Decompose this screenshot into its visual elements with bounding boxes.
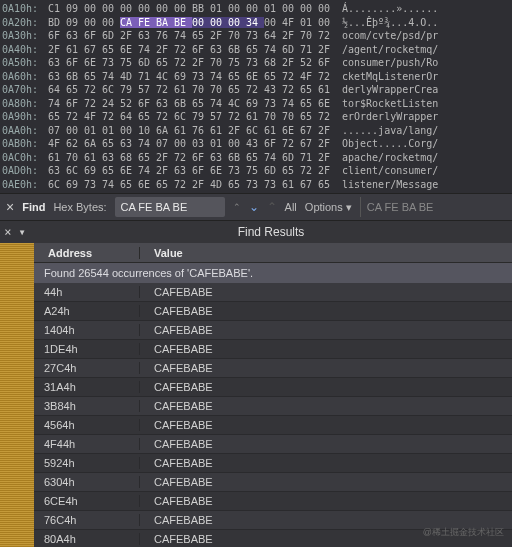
ascii-text: tor$RocketListen	[342, 98, 438, 109]
cell-value: CAFEBABE	[140, 324, 213, 336]
table-row[interactable]: 6CE4hCAFEBABE	[34, 492, 512, 511]
cell-address: 3B84h	[34, 400, 140, 412]
cell-value: CAFEBABE	[140, 286, 213, 298]
offset: 0A90h:	[0, 111, 48, 122]
offset: 0A80h:	[0, 98, 48, 109]
ascii-text: ocom/cvte/psd/pr	[342, 30, 438, 41]
cell-value: CAFEBABE	[140, 533, 213, 545]
search-input[interactable]	[115, 197, 225, 217]
minimap-gutter[interactable]	[0, 243, 34, 547]
cell-address: 6304h	[34, 476, 140, 488]
ascii-text: Object.....Corg/	[342, 138, 438, 149]
prev-match-icon[interactable]: ⌃	[267, 200, 277, 214]
offset: 0A50h:	[0, 57, 48, 68]
table-row[interactable]: 6304hCAFEBABE	[34, 473, 512, 492]
col-header-value[interactable]: Value	[140, 247, 183, 259]
table-row[interactable]: 31A4hCAFEBABE	[34, 378, 512, 397]
cell-address: 27C4h	[34, 362, 140, 374]
next-match-icon[interactable]: ⌄	[249, 200, 259, 214]
close-icon[interactable]: ×	[6, 199, 14, 215]
hex-row[interactable]: 0A20h:BD090000CAFEBABE00000034004F0100½.…	[0, 16, 512, 30]
hex-row[interactable]: 0AA0h:0700010100106A6176612F6C616E672F..…	[0, 124, 512, 138]
options-dropdown[interactable]: Options ▾	[305, 201, 352, 214]
find-bar: × Find Hex Bytes: ⌃ ⌄ ⌃ All Options ▾	[0, 193, 512, 221]
cell-address: 76C4h	[34, 514, 140, 526]
hex-bytes: C109000000000000BB01000001000000	[48, 3, 336, 14]
cell-address: 1404h	[34, 324, 140, 336]
hex-bytes: 65724F726465726C7957726170706572	[48, 111, 336, 122]
offset: 0A20h:	[0, 17, 48, 28]
results-header: × ▾ Find Results	[0, 221, 512, 243]
hex-bytes: 6465726C795772617070657243726561	[48, 84, 336, 95]
cell-value: CAFEBABE	[140, 457, 213, 469]
hex-row[interactable]: 0A60h:636B65744D714C697374656E65724F72ck…	[0, 70, 512, 84]
table-row[interactable]: A24hCAFEBABE	[34, 302, 512, 321]
table-row[interactable]: 4F44hCAFEBABE	[34, 435, 512, 454]
cell-value: CAFEBABE	[140, 400, 213, 412]
table-row[interactable]: 5924hCAFEBABE	[34, 454, 512, 473]
cell-address: 4564h	[34, 419, 140, 431]
hex-row[interactable]: 0AD0h:636C69656E742F636F6E73756D65722Fcl…	[0, 164, 512, 178]
ascii-text: client/consumer/	[342, 165, 438, 176]
table-row[interactable]: 3B84hCAFEBABE	[34, 397, 512, 416]
cell-value: CAFEBABE	[140, 305, 213, 317]
replace-input[interactable]	[360, 197, 450, 217]
col-header-address[interactable]: Address	[34, 247, 140, 259]
hex-row[interactable]: 0A10h:C109000000000000BB01000001000000Á.…	[0, 2, 512, 16]
table-header-row: Address Value	[34, 243, 512, 263]
hex-dump-view[interactable]: 0A10h:C109000000000000BB01000001000000Á.…	[0, 0, 512, 193]
hex-bytes: 4F626A6563740700030100436F72672F	[48, 138, 336, 149]
hex-bytes: 6F636F6D2F637674652F7073642F7072	[48, 30, 336, 41]
cell-value: CAFEBABE	[140, 343, 213, 355]
table-row[interactable]: 1404hCAFEBABE	[34, 321, 512, 340]
offset: 0AC0h:	[0, 152, 48, 163]
scope-all[interactable]: All	[285, 201, 297, 213]
hex-bytes: 2F6167656E742F726F636B65746D712F	[48, 44, 336, 55]
hex-row[interactable]: 0A80h:746F7224526F636B65744C697374656Eto…	[0, 97, 512, 111]
hex-row[interactable]: 0AB0h:4F626A6563740700030100436F72672FOb…	[0, 137, 512, 151]
ascii-text: apache/rocketmq/	[342, 152, 438, 163]
results-summary: Found 26544 occurrences of 'CAFEBABE'.	[34, 263, 512, 283]
table-row[interactable]: 1DE4hCAFEBABE	[34, 340, 512, 359]
ascii-text: ......java/lang/	[342, 125, 438, 136]
offset: 0AB0h:	[0, 138, 48, 149]
cell-address: 5924h	[34, 457, 140, 469]
hex-row[interactable]: 0A50h:636F6E73756D65722F707573682F526Fco…	[0, 56, 512, 70]
ascii-text: Á........»......	[342, 3, 438, 14]
table-row[interactable]: 27C4hCAFEBABE	[34, 359, 512, 378]
cell-address: A24h	[34, 305, 140, 317]
hex-row[interactable]: 0A30h:6F636F6D2F637674652F7073642F7072oc…	[0, 29, 512, 43]
results-table: Address Value Found 26544 occurrences of…	[0, 243, 512, 547]
offset: 0A30h:	[0, 30, 48, 41]
ascii-text: derlyWrapperCrea	[342, 84, 438, 95]
hex-bytes: BD090000CAFEBABE00000034004F0100	[48, 17, 336, 28]
ascii-text: consumer/push/Ro	[342, 57, 438, 68]
find-label: Find	[22, 201, 45, 213]
hex-row[interactable]: 0AC0h:6170616368652F726F636B65746D712Fap…	[0, 151, 512, 165]
cell-value: CAFEBABE	[140, 362, 213, 374]
hex-row[interactable]: 0A70h:6465726C795772617070657243726561de…	[0, 83, 512, 97]
chevron-up-down-icon[interactable]: ⌃	[233, 202, 241, 212]
offset: 0A70h:	[0, 84, 48, 95]
cell-address: 44h	[34, 286, 140, 298]
offset: 0A10h:	[0, 3, 48, 14]
hex-bytes: 0700010100106A6176612F6C616E672F	[48, 125, 336, 136]
hex-bytes: 636C69656E742F636F6E73756D65722F	[48, 165, 336, 176]
table-row[interactable]: 4564hCAFEBABE	[34, 416, 512, 435]
hex-bytes: 746F7224526F636B65744C697374656E	[48, 98, 336, 109]
hex-row[interactable]: 0A90h:65724F726465726C7957726170706572er…	[0, 110, 512, 124]
ascii-text: cketMqListenerOr	[342, 71, 438, 82]
hex-bytes: 636F6E73756D65722F707573682F526F	[48, 57, 336, 68]
hex-row[interactable]: 0A40h:2F6167656E742F726F636B65746D712F/a…	[0, 43, 512, 57]
hex-bytes: 636B65744D714C697374656E65724F72	[48, 71, 336, 82]
cell-value: CAFEBABE	[140, 438, 213, 450]
cell-address: 1DE4h	[34, 343, 140, 355]
hex-row[interactable]: 0AE0h:6C697374656E65722F4D657373616765li…	[0, 178, 512, 192]
cell-address: 80A4h	[34, 533, 140, 545]
close-results-icon[interactable]: × ▾	[0, 225, 30, 239]
table-row[interactable]: 44hCAFEBABE	[34, 283, 512, 302]
cell-value: CAFEBABE	[140, 381, 213, 393]
offset: 0A40h:	[0, 44, 48, 55]
ascii-text: erOrderlyWrapper	[342, 111, 438, 122]
ascii-text: ½...Êþº¾...4.O..	[342, 17, 438, 28]
